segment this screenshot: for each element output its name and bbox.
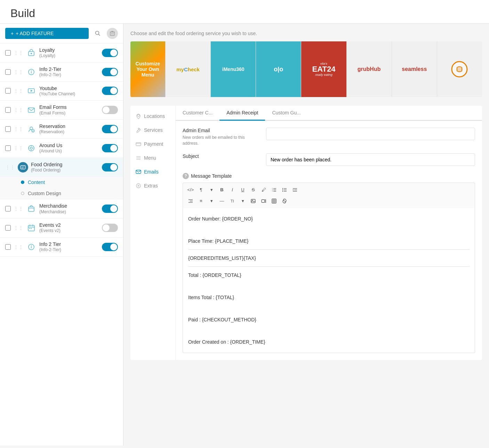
service-card-eat24[interactable]: vita's EAT24 ready eating [301, 41, 346, 97]
foodordering-drag-handle[interactable]: ⋮⋮ [5, 165, 15, 170]
sidebar-item-foodordering[interactable]: ⋮⋮ Food Ordering (Food Ordering) [0, 158, 123, 177]
add-feature-button[interactable]: + + ADD FEATURE [5, 28, 89, 39]
tab-admin-receipt[interactable]: Admin Receipt [219, 106, 265, 121]
toolbar-table-btn[interactable] [269, 196, 279, 206]
message-template-help-icon[interactable]: ? [183, 173, 189, 179]
aroundus-checkbox[interactable] [5, 145, 11, 151]
reservation-checkbox[interactable] [5, 126, 11, 132]
toolbar-text-btn[interactable]: TI [227, 196, 237, 206]
eventsv2-checkbox[interactable] [5, 225, 11, 231]
service-card-imenu360[interactable]: iMenu360 [210, 41, 256, 97]
foodordering-toggle[interactable] [102, 163, 118, 171]
sidebar-search-button[interactable] [92, 28, 103, 39]
nav-services[interactable]: Services [130, 123, 175, 137]
reservation-drag-handle[interactable]: ⋮⋮ [14, 126, 23, 132]
toolbar-indent-btn[interactable] [290, 185, 300, 195]
nav-extras-label: Extras [144, 183, 158, 189]
toolbar-strikethrough-btn[interactable]: S [248, 185, 258, 195]
toolbar-color-btn[interactable]: 🖊 [259, 185, 268, 195]
services-icon [136, 127, 141, 133]
sidebar-item-aroundus[interactable]: ⋮⋮ Around Us (Around Us) [0, 139, 123, 158]
subject-input[interactable] [266, 153, 475, 166]
nav-extras[interactable]: Extras [130, 179, 175, 193]
sidebar-item-youtube[interactable]: ⋮⋮ Youtube (YouTube Channel) [0, 82, 123, 101]
toolbar-text-dropdown-btn[interactable]: ▾ [238, 196, 248, 206]
loyalty-checkbox[interactable] [5, 50, 11, 56]
toolbar-underline-btn[interactable]: U [238, 185, 248, 195]
info2tier2-toggle[interactable] [102, 243, 118, 251]
sidebar-item-eventsv2[interactable]: ⋮⋮ Events v2 (Events v2) [0, 218, 123, 238]
svg-rect-20 [29, 207, 34, 211]
aroundus-subname: (Around Us) [39, 149, 99, 154]
form-area: Admin Email New orders will be emailed t… [176, 121, 482, 360]
sidebar-item-merchandise[interactable]: ⋮⋮ Merchandise (Merchandise) [0, 199, 123, 218]
emailforms-toggle[interactable] [102, 106, 118, 114]
info2tier-drag-handle[interactable]: ⋮⋮ [14, 69, 23, 75]
loyalty-drag-handle[interactable]: ⋮⋮ [14, 50, 23, 56]
reservation-icon [26, 124, 37, 134]
nav-payment[interactable]: Payment [130, 137, 175, 151]
left-nav: Locations Services Payment Menu Emails [130, 106, 176, 360]
sidebar-item-info2tier2[interactable]: ⋮⋮ Info 2 Tier (Info-2-Tier) [0, 238, 123, 257]
aroundus-toggle[interactable] [102, 144, 118, 152]
toolbar-image-btn[interactable] [248, 196, 258, 206]
sidebar-item-info2tier[interactable]: ⋮⋮ Info 2-Tier (Info-2-Tier) [0, 63, 123, 82]
service-card-last[interactable] [437, 41, 482, 97]
editor-toolbar: </> ¶ ▾ B I U S 🖊 123 [183, 183, 475, 208]
youtube-icon [26, 86, 37, 96]
info2tier2-checkbox[interactable] [5, 244, 11, 250]
nav-menu[interactable]: Menu [130, 151, 175, 165]
nav-emails[interactable]: Emails [130, 165, 175, 179]
tab-customer-conf[interactable]: Customer C... [176, 106, 219, 121]
service-card-olo[interactable]: o|o [256, 41, 301, 97]
submenu-content[interactable]: Content [0, 177, 123, 188]
toolbar-outdent-btn[interactable] [186, 196, 195, 206]
service-card-grubhub[interactable]: grubHub [346, 41, 392, 97]
emailforms-drag-handle[interactable]: ⋮⋮ [14, 107, 23, 113]
reservation-toggle[interactable] [102, 125, 118, 133]
merchandise-checkbox[interactable] [5, 206, 11, 211]
loyalty-toggle[interactable] [102, 49, 118, 57]
toolbar-italic-btn[interactable]: I [227, 185, 237, 195]
toolbar-code-btn[interactable]: </> [186, 185, 195, 195]
youtube-checkbox[interactable] [5, 88, 11, 94]
editor-content[interactable]: Order Number: {ORDER_NO} Place Time: {PL… [183, 208, 475, 353]
toolbar-align-dropdown-btn[interactable]: ▾ [207, 196, 216, 206]
eventsv2-toggle[interactable] [102, 224, 118, 232]
emailforms-checkbox[interactable] [5, 107, 11, 113]
aroundus-drag-handle[interactable]: ⋮⋮ [14, 145, 23, 151]
sidebar-item-reservation[interactable]: ⋮⋮ Reservation (Reservation) [0, 120, 123, 139]
toolbar-hr-btn[interactable]: — [217, 196, 227, 206]
admin-email-input[interactable] [266, 128, 475, 140]
eventsv2-drag-handle[interactable]: ⋮⋮ [14, 225, 23, 231]
merchandise-drag-handle[interactable]: ⋮⋮ [14, 206, 23, 211]
toolbar-bold-btn[interactable]: B [217, 185, 227, 195]
svg-marker-13 [31, 90, 33, 92]
toolbar-link-btn[interactable] [280, 196, 289, 206]
service-card-customize[interactable]: Customize Your Own Menu [130, 41, 165, 97]
toolbar-unordered-list-btn[interactable] [280, 185, 289, 195]
olo-label: o|o [274, 66, 283, 73]
submenu-custom-design[interactable]: Custom Design [0, 188, 123, 199]
merchandise-toggle[interactable] [102, 205, 118, 213]
info2tier-checkbox[interactable] [5, 69, 11, 75]
tab-custom-gu[interactable]: Custom Gu... [265, 106, 307, 121]
service-card-mycheck[interactable]: myCheck [165, 41, 210, 97]
toolbar-video-btn[interactable] [259, 196, 268, 206]
toolbar-paragraph-dropdown-btn[interactable]: ▾ [207, 185, 216, 195]
sidebar-item-loyalty[interactable]: ⋮⋮ Loyalty (Loyalty) [0, 43, 123, 63]
nav-locations[interactable]: Locations [130, 109, 175, 123]
toolbar-align-btn[interactable]: ≡ [196, 196, 206, 206]
sidebar-item-emailforms[interactable]: ⋮⋮ Email Forms (Email Forms) [0, 101, 123, 120]
info2tier2-drag-handle[interactable]: ⋮⋮ [14, 244, 23, 250]
message-template-section: ? Message Template </> ¶ ▾ B I U [183, 173, 475, 353]
last-service-icon [451, 61, 468, 78]
service-card-seamless[interactable]: seamless [392, 41, 437, 97]
youtube-drag-handle[interactable]: ⋮⋮ [14, 88, 23, 94]
info2tier-toggle[interactable] [102, 68, 118, 76]
toolbar-paragraph-btn[interactable]: ¶ [196, 185, 206, 195]
foodordering-icon [18, 162, 28, 173]
toolbar-ordered-list-btn[interactable]: 123 [269, 185, 279, 195]
sidebar-delete-button[interactable] [107, 28, 118, 39]
youtube-toggle[interactable] [102, 87, 118, 95]
